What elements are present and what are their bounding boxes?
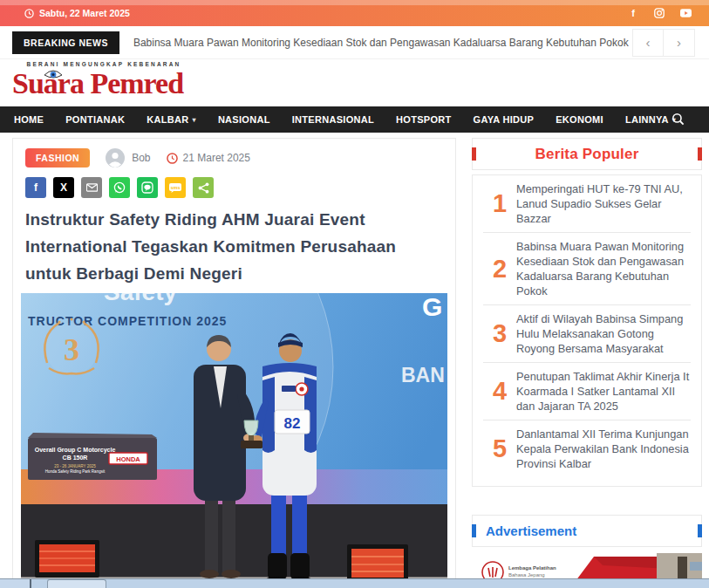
main-navigation: HOME PONTIANAK KALBAR▾ NASIONAL INTERNAS… (0, 106, 709, 133)
facebook-icon: f (34, 181, 37, 194)
svg-text:Bahasa Jepang: Bahasa Jepang (508, 572, 545, 578)
nav-pontianak[interactable]: PONTIANAK (65, 114, 125, 125)
advertisement-header: Advertisement (472, 515, 702, 547)
nav-hotsport[interactable]: HOTSPORT (396, 114, 452, 125)
rank-number: 5 (483, 434, 516, 463)
popular-list: 1 Memperingati HUT ke-79 TNI AU, Lanud S… (472, 174, 702, 487)
publish-date-text: 21 Maret 2025 (183, 152, 250, 164)
share-whatsapp-button[interactable] (109, 177, 130, 198)
breaking-next-button[interactable]: › (664, 29, 695, 57)
advertisement-banner[interactable]: Lembaga Pelatihan Bahasa Jepang (472, 553, 702, 579)
category-badge[interactable]: FASHION (25, 148, 90, 168)
author-link[interactable]: Bob (106, 148, 150, 168)
nav-home[interactable]: HOME (14, 114, 44, 125)
rank-badge: 3 (44, 318, 98, 375)
svg-text:Safety: Safety (104, 293, 177, 305)
svg-text:sms: sms (170, 185, 180, 190)
svg-text:82: 82 (284, 415, 301, 432)
svg-text:Honda Safety Riding Park Rangs: Honda Safety Riding Park Rangsit (45, 469, 106, 474)
clock-icon (24, 9, 34, 18)
site-tagline: BERANI MENGUNGKAP KEBENARAN (12, 61, 195, 67)
decorative-notch (472, 147, 476, 161)
share-buttons: f X sms (25, 177, 447, 198)
svg-text:BAN: BAN (401, 364, 445, 386)
breaking-prev-button[interactable]: ‹ (632, 29, 664, 57)
popular-item-title: Penutupan Taklimat Akhir Kinerja It Koar… (516, 369, 691, 414)
sms-icon: sms (168, 182, 182, 194)
envelope-icon (86, 183, 98, 192)
article-card: FASHION Bob 21 Maret 2025 f X (12, 138, 456, 579)
breaking-news-bar: BREAKING NEWS Babinsa Muara Pawan Monito… (0, 26, 709, 59)
nav-nasional[interactable]: NASIONAL (218, 114, 270, 125)
breaking-news-label: BREAKING NEWS (12, 31, 119, 54)
rank-number: 2 (483, 255, 516, 284)
share-facebook-button[interactable]: f (25, 177, 46, 198)
popular-item-title: Aktif di Wilayah Babinsa Simpang Hulu Me… (516, 311, 691, 356)
popular-item[interactable]: 4 Penutupan Taklimat Akhir Kinerja It Ko… (483, 362, 691, 420)
window-bottom-bar (0, 578, 709, 588)
date-text: Sabtu, 22 Maret 2025 (39, 8, 130, 18)
search-icon[interactable] (672, 113, 685, 126)
share-email-button[interactable] (81, 177, 102, 198)
line-icon (141, 181, 153, 194)
top-bar: Sabtu, 22 Maret 2025 f (0, 0, 709, 26)
svg-text:Overall Group C Motorcycle: Overall Group C Motorcycle (35, 447, 116, 454)
share-line-button[interactable] (137, 177, 158, 198)
popular-item[interactable]: 3 Aktif di Wilayah Babinsa Simpang Hulu … (483, 304, 691, 362)
current-date: Sabtu, 22 Maret 2025 (24, 8, 130, 18)
popular-item-title: Babinsa Muara Pawan Monitoring Kesediaan… (516, 239, 691, 298)
x-icon: X (60, 181, 67, 194)
svg-text:G: G (422, 293, 442, 321)
nav-kalbar[interactable]: KALBAR▾ (147, 114, 196, 125)
podium-sign: Overall Group C Motorcycle CB 150R 23 - … (28, 433, 157, 480)
clock-icon (167, 153, 178, 164)
led-panel-right (347, 544, 408, 583)
rank-number: 1 (483, 189, 516, 218)
scrollbar-thumb[interactable] (47, 579, 106, 588)
article-title: Instruktur Safety Riding AHM Juarai Even… (25, 206, 443, 287)
svg-text:CB 150R: CB 150R (63, 455, 88, 461)
svg-text:23 - 26 JANUARY 2025: 23 - 26 JANUARY 2025 (54, 464, 96, 468)
nav-gaya-hidup[interactable]: GAYA HIDUP (474, 114, 535, 125)
avatar (106, 148, 125, 168)
led-panel-left (35, 540, 99, 578)
popular-title: Berita Populer (535, 146, 639, 163)
share-sms-button[interactable]: sms (165, 177, 186, 198)
masthead: BERANI MENGUNGKAP KEBENARAN Suara Pemred (0, 59, 709, 106)
chevron-down-icon: ▾ (193, 116, 196, 124)
svg-text:Lembaga Pelatihan: Lembaga Pelatihan (508, 565, 556, 571)
author-name: Bob (132, 152, 150, 164)
popular-item-title: Memperingati HUT ke-79 TNI AU, Lanud Sup… (516, 181, 691, 226)
facebook-icon[interactable]: f (627, 7, 639, 19)
share-x-button[interactable]: X (53, 177, 74, 198)
popular-item-title: Danlantamal XII Terima Kunjungan Kepala … (516, 427, 691, 471)
photo-competition-text: TRUCTOR COMPETITION 2025 (28, 314, 227, 328)
share-more-button[interactable] (193, 177, 214, 198)
instagram-icon[interactable] (653, 7, 665, 19)
article-image: Safety TRUCTOR COMPETITION 2025 G 3 BAN … (21, 293, 447, 588)
popular-item[interactable]: 5 Danlantamal XII Terima Kunjungan Kepal… (483, 420, 691, 477)
social-links: f (627, 7, 692, 19)
publish-date: 21 Maret 2025 (167, 152, 250, 164)
share-icon (198, 182, 209, 194)
decorative-notch (698, 147, 702, 161)
nav-ekonomi[interactable]: EKONOMI (556, 114, 603, 125)
breaking-news-headline[interactable]: Babinsa Muara Pawan Monitoring Kesediaan… (133, 37, 632, 49)
honda-logo: HONDA (116, 455, 140, 463)
popular-item[interactable]: 2 Babinsa Muara Pawan Monitoring Kesedia… (483, 232, 691, 304)
eye-icon (44, 69, 63, 80)
rank-number: 3 (483, 319, 516, 348)
site-title: Suara Pemred (12, 68, 195, 99)
youtube-icon[interactable] (679, 7, 692, 19)
popular-item[interactable]: 1 Memperingati HUT ke-79 TNI AU, Lanud S… (483, 175, 691, 232)
nav-lainnya[interactable]: LAINNYA▾ (625, 114, 676, 125)
advertisement-title: Advertisement (486, 523, 576, 538)
popular-header: Berita Populer (472, 138, 702, 170)
svg-text:3: 3 (64, 332, 79, 367)
rank-number: 4 (483, 377, 516, 406)
decorative-notch (472, 524, 476, 537)
statusbar-segment (0, 579, 31, 588)
decorative-notch (698, 524, 702, 537)
nav-internasional[interactable]: INTERNASIONAL (292, 114, 374, 125)
site-logo[interactable]: BERANI MENGUNGKAP KEBENARAN Suara Pemred (12, 61, 195, 99)
